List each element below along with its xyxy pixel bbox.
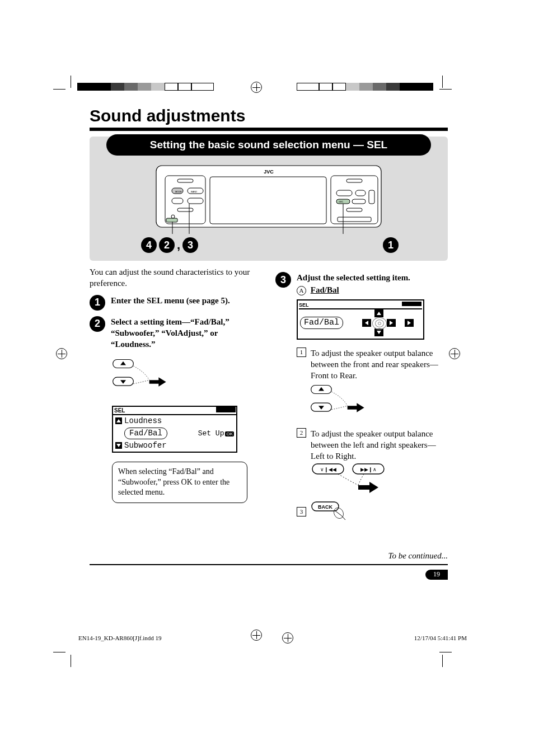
page-title: Sound adjustments (90, 106, 448, 125)
step-3-marker: 3 (275, 272, 291, 288)
up-down-buttons-illustration-2 (310, 381, 366, 420)
dpad-center-icon (372, 317, 387, 330)
svg-rect-0 (156, 166, 381, 227)
section-box: Setting the basic sound selection menu —… (90, 137, 448, 261)
step-2-text: Select a setting item—“Fad/Bal,” “Subwoo… (111, 316, 262, 350)
joystick-header: SEL (299, 302, 422, 309)
footer-timestamp: 12/17/04 5:41:41 PM (414, 635, 467, 641)
substep-2-marker: 2 (297, 428, 306, 438)
svg-text:BACK: BACK (318, 504, 332, 510)
callout-1: 1 (383, 237, 399, 253)
joystick-label: Fad/Bal (300, 317, 343, 329)
sel-menu-header: SEL (113, 407, 236, 416)
callout-3: 3 (182, 237, 198, 253)
crop-mark (439, 652, 452, 652)
crop-mark (53, 652, 65, 652)
footer-rule: 19 (90, 564, 448, 565)
registration-target-icon (282, 632, 293, 644)
brand-label: JVC (264, 169, 274, 175)
crop-mark (442, 655, 443, 667)
svg-text:▶▶❙∧: ▶▶❙∧ (360, 467, 377, 473)
up-arrow-icon (115, 417, 122, 424)
sel-menu-screenshot: SEL Loudness Fad/Bal Set UpOK Subwoofer (112, 406, 237, 453)
svg-text:SRC: SRC (339, 200, 344, 203)
dpad-right-icon (387, 319, 396, 327)
svg-marker-35 (348, 403, 364, 413)
section-header: Setting the basic sound selection menu —… (106, 134, 431, 156)
svg-marker-40 (358, 482, 378, 493)
step-1-text: Enter the SEL menu (see page 5). (111, 295, 262, 306)
head-unit-illustration: JVC MODE (154, 162, 383, 235)
to-be-continued: To be continued... (90, 551, 448, 561)
sel-menu-setup: Set Up (198, 429, 224, 438)
sub-a-marker: A (297, 286, 306, 295)
crop-mark (71, 76, 71, 88)
title-underline (90, 128, 448, 131)
ok-badge: OK (225, 431, 234, 436)
registration-target-icon (56, 348, 67, 359)
device-callouts: 4 2 , 3 1 (90, 237, 448, 253)
note-box: When selecting “Fad/Bal” and “Subwoofer,… (112, 462, 247, 504)
back-button-illustration: BACK (311, 501, 361, 523)
left-column: You can adjust the sound characteristics… (90, 266, 262, 529)
callout-4: 4 (141, 237, 157, 253)
intro-text: You can adjust the sound characteristics… (90, 266, 262, 289)
svg-marker-30 (149, 377, 166, 387)
dpad-left-icon (362, 319, 371, 327)
svg-text:∨❙◀◀: ∨❙◀◀ (320, 467, 336, 473)
callout-2: 2 (159, 237, 175, 253)
dpad-far-right-icon (405, 319, 414, 327)
svg-rect-9 (166, 218, 177, 222)
step-2-marker: 2 (90, 316, 105, 332)
footer-file: EN14-19_KD-AR860[J]f.indd 19 (78, 635, 161, 641)
down-arrow-icon (115, 442, 122, 449)
crop-mark (71, 655, 71, 667)
substep-3-marker: 3 (297, 507, 306, 516)
sel-menu-selected: Fad/Bal (124, 428, 167, 439)
up-down-buttons-illustration (112, 355, 168, 395)
callout-comma: , (177, 238, 180, 252)
sub-a-label: Fad/Bal (311, 285, 339, 294)
prev-next-buttons-illustration: ∨❙◀◀ ▶▶❙∧ (310, 462, 411, 495)
crop-mark (53, 89, 65, 90)
svg-text:BAND: BAND (191, 190, 197, 193)
dpad-down-icon (374, 328, 383, 336)
joystick-screenshot: SEL Fad/Bal (297, 299, 424, 340)
print-footer: EN14-19_KD-AR860[J]f.indd 19 12/17/04 5:… (78, 632, 467, 644)
substep-1-text: To adjust the speaker output balance bet… (311, 348, 448, 382)
dpad-up-icon (374, 309, 383, 317)
step-1-marker: 1 (90, 295, 105, 311)
sel-menu-dn: Subwoofer (124, 440, 167, 451)
substep-2-text: To adjust the speaker output balance bet… (311, 428, 448, 462)
page-number-badge: 19 (425, 570, 448, 580)
svg-text:MODE: MODE (175, 190, 182, 193)
substep-1-marker: 1 (297, 348, 306, 357)
right-column: 3 Adjust the selected setting item. A Fa… (275, 266, 448, 529)
registration-target-icon (449, 348, 460, 359)
sel-menu-up: Loudness (124, 416, 162, 426)
step-3-text: Adjust the selected setting item. (297, 272, 448, 283)
